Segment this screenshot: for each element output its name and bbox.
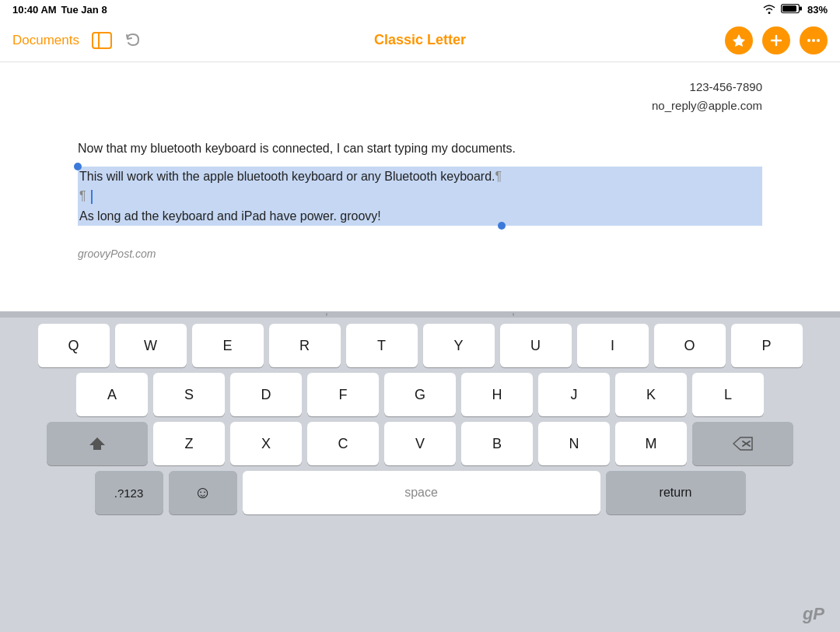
- keyboard-row-4: .?123 ☺ space return: [5, 471, 835, 514]
- sidebar-toggle-button[interactable]: [92, 32, 112, 49]
- doc-header: 123-456-7890 no_reply@apple.com: [78, 78, 762, 115]
- key-shift[interactable]: [47, 422, 148, 465]
- add-icon: [768, 33, 784, 48]
- key-g[interactable]: G: [384, 373, 456, 416]
- svg-point-9: [817, 39, 820, 42]
- key-123[interactable]: .?123: [95, 471, 163, 514]
- key-j[interactable]: J: [538, 373, 610, 416]
- time-label: 10:40 AM: [12, 4, 57, 16]
- key-return[interactable]: return: [606, 471, 746, 514]
- wifi-icon: [762, 3, 776, 16]
- key-q[interactable]: Q: [38, 324, 110, 367]
- undo-icon: [124, 32, 142, 49]
- kb-marker-left: [326, 313, 327, 316]
- key-r[interactable]: R: [269, 324, 341, 367]
- text-cursor: [91, 190, 93, 204]
- key-s[interactable]: S: [153, 373, 225, 416]
- selected-line-3-text: As long ad the keyboard and iPad have po…: [79, 209, 381, 223]
- battery-icon: [781, 3, 803, 16]
- document-title: Classic Letter: [374, 32, 466, 48]
- key-o[interactable]: O: [654, 324, 726, 367]
- undo-button[interactable]: [124, 32, 142, 49]
- key-d[interactable]: D: [230, 373, 302, 416]
- svg-rect-1: [800, 6, 802, 10]
- doc-footer: groovyPost.com: [78, 248, 762, 260]
- key-i[interactable]: I: [577, 324, 649, 367]
- more-button[interactable]: [800, 26, 828, 54]
- svg-rect-2: [782, 5, 796, 12]
- paragraph-1-text: Now that my bluetooth keyboard is connec…: [78, 142, 516, 155]
- paragraph-1: Now that my bluetooth keyboard is connec…: [78, 139, 762, 159]
- date-label: Tue Jan 8: [61, 4, 107, 16]
- selected-line-2: ¶: [78, 186, 762, 206]
- key-delete[interactable]: [692, 422, 793, 465]
- svg-rect-3: [93, 33, 111, 48]
- toolbar: Documents Classic Letter: [0, 19, 840, 62]
- keyboard-area: Q W E R T Y U I O P A S D F G H J K L: [0, 311, 840, 632]
- key-f[interactable]: F: [307, 373, 379, 416]
- key-l[interactable]: L: [692, 373, 764, 416]
- add-button[interactable]: [762, 26, 790, 54]
- delete-icon: [733, 437, 753, 451]
- pilcrow-2: ¶: [79, 189, 86, 202]
- key-w[interactable]: W: [115, 324, 187, 367]
- status-bar: 10:40 AM Tue Jan 8 83%: [0, 0, 840, 19]
- sidebar-icon: [92, 32, 112, 49]
- more-icon: [806, 33, 821, 48]
- selection-handle-end: [498, 222, 506, 230]
- keyboard-top-bar: [0, 311, 840, 318]
- key-h[interactable]: H: [461, 373, 533, 416]
- keyboard-rows: Q W E R T Y U I O P A S D F G H J K L: [0, 318, 840, 518]
- selection-handle-start: [74, 163, 82, 170]
- svg-marker-10: [89, 437, 105, 450]
- documents-button[interactable]: Documents: [12, 33, 79, 48]
- key-k[interactable]: K: [615, 373, 687, 416]
- key-c[interactable]: C: [307, 422, 379, 465]
- key-e[interactable]: E: [192, 324, 264, 367]
- shift-icon: [89, 436, 106, 451]
- svg-point-8: [812, 39, 815, 42]
- pin-button[interactable]: [725, 26, 753, 54]
- svg-point-7: [807, 39, 810, 42]
- battery-percent: 83%: [807, 4, 828, 16]
- keyboard-row-3: Z X C V B N M: [5, 422, 835, 465]
- phone-number: 123-456-7890: [78, 78, 762, 97]
- keyboard-row-2: A S D F G H J K L: [5, 373, 835, 416]
- key-z[interactable]: Z: [153, 422, 225, 465]
- pin-icon: [731, 33, 747, 48]
- key-n[interactable]: N: [538, 422, 610, 465]
- key-u[interactable]: U: [500, 324, 572, 367]
- key-a[interactable]: A: [76, 373, 148, 416]
- key-v[interactable]: V: [384, 422, 456, 465]
- key-p[interactable]: P: [731, 324, 803, 367]
- kb-marker-right: [513, 313, 514, 316]
- key-b[interactable]: B: [461, 422, 533, 465]
- key-y[interactable]: Y: [423, 324, 495, 367]
- gp-watermark: gP: [803, 604, 824, 624]
- key-x[interactable]: X: [230, 422, 302, 465]
- pilcrow-1: ¶: [495, 170, 502, 183]
- selected-line-1-text: This will work with the apple bluetooth …: [79, 170, 495, 183]
- selected-text-container: This will work with the apple bluetooth …: [78, 167, 762, 226]
- key-space[interactable]: space: [243, 471, 600, 514]
- key-emoji[interactable]: ☺: [169, 471, 237, 514]
- key-m[interactable]: M: [615, 422, 687, 465]
- email-address: no_reply@apple.com: [78, 97, 762, 115]
- selected-line-3: As long ad the keyboard and iPad have po…: [78, 206, 762, 226]
- key-t[interactable]: T: [346, 324, 418, 367]
- keyboard-row-1: Q W E R T Y U I O P: [5, 324, 835, 367]
- selected-line-1: This will work with the apple bluetooth …: [78, 167, 762, 187]
